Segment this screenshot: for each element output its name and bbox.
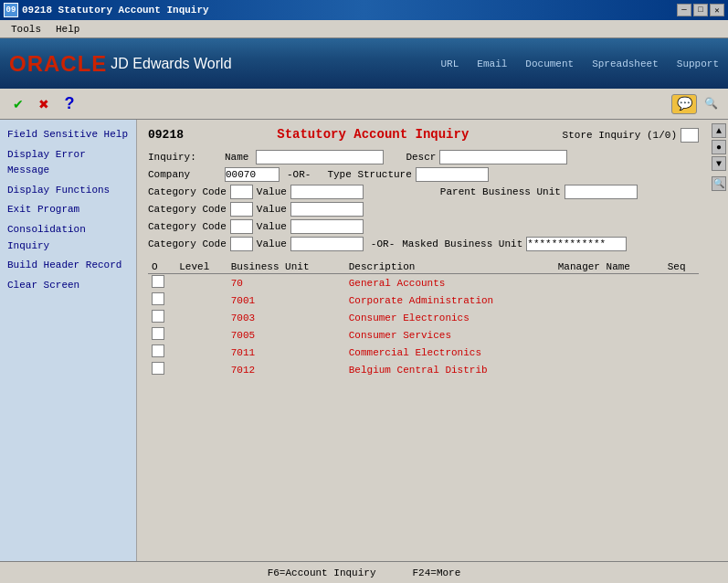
sidebar-item-display-error[interactable]: Display Error Message: [4, 145, 132, 181]
masked-bu-label: Masked Business Unit: [402, 238, 522, 249]
row-level: [175, 292, 227, 309]
row-bu: 7001: [227, 292, 345, 309]
col-level: Level: [175, 260, 227, 274]
help-button[interactable]: ?: [58, 93, 80, 115]
store-label: Store Inquiry (1/0): [563, 130, 677, 141]
oracle-banner: ORACLE JD Edwards World URL Email Docume…: [0, 38, 728, 89]
sidebar-item-exit-program[interactable]: Exit Program: [4, 200, 132, 220]
window-title: 09218 Statutory Account Inquiry: [22, 5, 209, 16]
row-checkbox-5[interactable]: [152, 362, 164, 375]
scroll-mid-button[interactable]: ●: [712, 140, 726, 154]
minimize-button[interactable]: ─: [677, 4, 691, 16]
sidebar-item-build-header[interactable]: Build Header Record: [4, 256, 132, 276]
row-desc: General Accounts: [345, 274, 554, 292]
col-bu: Business Unit: [227, 260, 345, 274]
descr-input[interactable]: [439, 150, 567, 164]
parent-bu-input[interactable]: [564, 185, 638, 199]
inquiry-row: Inquiry: Name Descr: [148, 150, 699, 164]
table-row: 7003 Consumer Electronics: [148, 309, 699, 326]
row-desc: Consumer Electronics: [345, 309, 554, 326]
row-seq: [664, 344, 699, 361]
cat-code3-input[interactable]: [230, 219, 253, 234]
value1-input[interactable]: [290, 185, 364, 199]
category-row-3: Category Code Value: [148, 219, 699, 234]
menu-tools[interactable]: Tools: [4, 22, 48, 37]
row-check: [148, 326, 175, 344]
name-input[interactable]: [256, 150, 384, 164]
nav-document[interactable]: Document: [525, 58, 574, 69]
col-seq: Seq: [664, 260, 699, 274]
form-title: Statutory Account Inquiry: [202, 127, 544, 142]
inquiry-label: Inquiry:: [148, 152, 221, 163]
sidebar-item-consolidation[interactable]: Consolidation Inquiry: [4, 220, 132, 256]
masked-bu-input[interactable]: [526, 237, 627, 251]
type-structure-input[interactable]: [416, 167, 489, 182]
form-header: 09218 Statutory Account Inquiry Store In…: [148, 127, 699, 143]
search-icon[interactable]: 🔍: [701, 94, 721, 114]
row-checkbox-4[interactable]: [152, 344, 164, 357]
chat-icon[interactable]: 💬: [671, 94, 697, 114]
app-icon: 09: [4, 3, 18, 17]
scroll-area: ▲ ● ▼ 🔍: [710, 120, 728, 561]
menu-help[interactable]: Help: [48, 22, 87, 37]
cat-code1-input[interactable]: [230, 185, 253, 199]
row-manager: [554, 292, 664, 309]
nav-url[interactable]: URL: [441, 58, 459, 69]
type-structure-label: Type Structure: [327, 169, 411, 180]
data-table: O Level Business Unit Description Manage…: [148, 260, 699, 378]
parent-bu-label: Parent Business Unit: [440, 186, 561, 197]
status-bar: F6=Account Inquiry F24=More: [0, 561, 728, 583]
oracle-text: ORACLE: [9, 51, 107, 77]
row-checkbox-0[interactable]: [152, 275, 164, 288]
row-bu: 7011: [227, 344, 345, 361]
sidebar-item-field-sensitive-help[interactable]: Field Sensitive Help: [4, 125, 132, 145]
company-input[interactable]: [225, 167, 280, 182]
zoom-button[interactable]: 🔍: [712, 176, 726, 191]
descr-label: Descr: [406, 152, 436, 163]
sidebar-item-clear-screen[interactable]: Clear Screen: [4, 276, 132, 296]
row-manager: [554, 326, 664, 344]
cat-code4-input[interactable]: [230, 237, 253, 251]
or-label: -OR-: [283, 169, 314, 180]
confirm-button[interactable]: ✔: [7, 93, 29, 115]
value2-input[interactable]: [290, 202, 364, 217]
cat-code2-input[interactable]: [230, 202, 253, 217]
close-button[interactable]: ✕: [710, 4, 724, 16]
company-label: Company: [148, 169, 221, 180]
form-id: 09218: [148, 128, 184, 142]
row-checkbox-2[interactable]: [152, 310, 164, 323]
nav-spreadsheet[interactable]: Spreadsheet: [592, 58, 659, 69]
menu-bar: Tools Help: [0, 20, 728, 38]
sidebar-item-display-functions[interactable]: Display Functions: [4, 181, 132, 201]
nav-support[interactable]: Support: [677, 58, 719, 69]
company-row: Company -OR- Type Structure: [148, 167, 699, 182]
value3-label: Value: [257, 221, 287, 232]
row-bu: 70: [227, 274, 345, 292]
cancel-button[interactable]: ✖: [33, 93, 55, 115]
value2-label: Value: [257, 204, 287, 215]
table-row: 7001 Corporate Administration: [148, 292, 699, 309]
row-checkbox-1[interactable]: [152, 292, 164, 305]
store-input[interactable]: [681, 128, 699, 143]
row-check: [148, 361, 175, 378]
nav-email[interactable]: Email: [477, 58, 507, 69]
category-row-4: Category Code Value -OR- Masked Business…: [148, 237, 699, 251]
table-row: 7011 Commercial Electronics: [148, 344, 699, 361]
value4-input[interactable]: [290, 237, 364, 251]
scroll-down-button[interactable]: ▼: [712, 156, 726, 171]
row-desc: Consumer Services: [345, 326, 554, 344]
value3-input[interactable]: [290, 219, 364, 234]
form-area: 09218 Statutory Account Inquiry Store In…: [137, 120, 710, 561]
maximize-button[interactable]: □: [693, 4, 708, 16]
row-level: [175, 344, 227, 361]
category-row-1: Category Code Value Parent Business Unit: [148, 185, 699, 199]
main-content: Field Sensitive Help Display Error Messa…: [0, 120, 728, 561]
toolbar: ✔ ✖ ? 💬 🔍: [0, 89, 728, 120]
row-bu: 7005: [227, 326, 345, 344]
table-row: 7012 Belgium Central Distrib: [148, 361, 699, 378]
row-checkbox-3[interactable]: [152, 327, 164, 340]
scroll-up-button[interactable]: ▲: [712, 123, 726, 138]
title-bar: 09 09218 Statutory Account Inquiry ─ □ ✕: [0, 0, 728, 20]
form-store: Store Inquiry (1/0): [563, 128, 699, 143]
row-check: [148, 344, 175, 361]
